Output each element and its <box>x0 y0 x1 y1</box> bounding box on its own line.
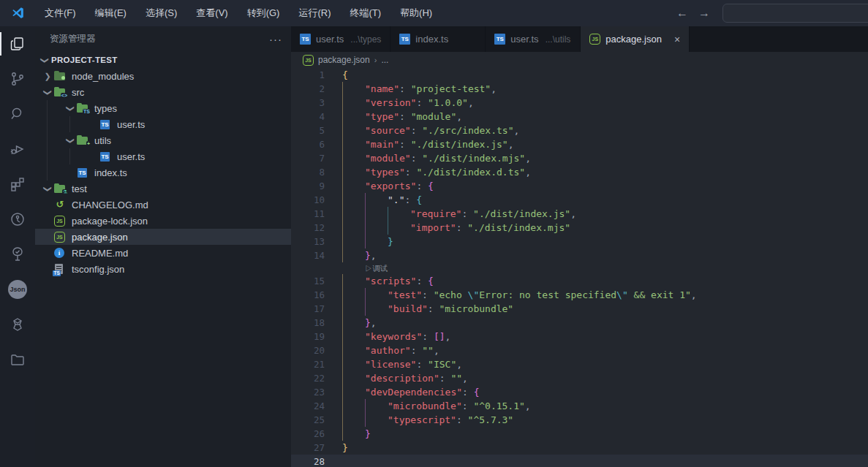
explorer-sidebar: 资源管理器 ··· ❯ PROJECT-TEST ❯node_modules❯<… <box>35 26 291 467</box>
tree-item-user-ts[interactable]: TSuser.ts <box>35 148 291 164</box>
code-line-18[interactable]: 18}, <box>291 316 868 330</box>
run-debug-icon[interactable] <box>0 132 35 167</box>
menu-item[interactable]: 文件(F) <box>35 0 86 26</box>
tree-item-label: README.md <box>72 248 128 259</box>
tree-item-changelog-md[interactable]: ↺CHANGELOG.md <box>35 197 291 213</box>
code-line-3[interactable]: 3"version": "1.0.0", <box>291 96 868 110</box>
nav-back-button[interactable]: ← <box>676 7 688 20</box>
line-number: 21 <box>291 357 325 371</box>
remote-circle-icon[interactable] <box>0 202 35 237</box>
code-line-26[interactable]: 26} <box>291 427 868 441</box>
code-line-10[interactable]: 10".": { <box>291 193 868 207</box>
tab-user.ts[interactable]: TSuser.ts...\types <box>291 26 390 52</box>
codelens-debug[interactable]: ▷调试 <box>291 262 868 274</box>
menu-item[interactable]: 帮助(H) <box>390 0 442 26</box>
tree-item-types[interactable]: ❯TStypes <box>35 100 291 116</box>
menu-item[interactable]: 查看(V) <box>186 0 237 26</box>
npm-file-icon: JS <box>303 55 314 66</box>
folder-icon: + <box>77 135 89 146</box>
indent-guide <box>342 274 365 288</box>
code-line-19[interactable]: 19"keywords": [], <box>291 330 868 343</box>
indent-guide <box>342 96 365 110</box>
command-center-search[interactable] <box>722 4 868 23</box>
tab-user.ts[interactable]: TSuser.ts...\utils <box>486 26 581 52</box>
code-line-27[interactable]: 27} <box>291 441 868 455</box>
indent-guide <box>342 330 365 343</box>
code-line-17[interactable]: 17"build": "microbundle" <box>291 302 868 316</box>
code-line-14[interactable]: 14}, <box>291 248 868 262</box>
code-line-4[interactable]: 4"type": "module", <box>291 110 868 124</box>
typescript-file-icon: TS <box>99 119 112 130</box>
code-line-22[interactable]: 22"description": "", <box>291 371 868 385</box>
project-folder-icon[interactable] <box>0 342 35 377</box>
menu-item[interactable]: 选择(S) <box>136 0 186 26</box>
menu-item[interactable]: 运行(R) <box>289 0 340 26</box>
code-line-15[interactable]: 15"scripts": { <box>291 274 868 288</box>
menu-item[interactable]: 终端(T) <box>340 0 390 26</box>
tree-item-node-modules[interactable]: ❯node_modules <box>35 68 291 84</box>
close-icon[interactable]: × <box>674 34 680 45</box>
extensions-icon[interactable] <box>0 167 35 202</box>
source-control-icon[interactable] <box>0 61 35 96</box>
line-number: 7 <box>291 151 325 165</box>
tree-item-test[interactable]: ❯⚗test <box>35 181 291 197</box>
tree-item-index-ts[interactable]: TSindex.ts <box>35 164 291 181</box>
menu-item[interactable]: 编辑(E) <box>86 0 136 26</box>
code-line-23[interactable]: 23"devDependencies": { <box>291 385 868 399</box>
tab-index.ts[interactable]: TSindex.ts <box>390 26 486 52</box>
chevron-down-icon: ❯ <box>43 182 53 195</box>
indent-guide <box>365 207 388 221</box>
code-line-7[interactable]: 7"module": "./dist/index.mjs", <box>291 151 868 165</box>
breadcrumb[interactable]: JS package.json › ... <box>291 52 868 68</box>
explorer-icon[interactable] <box>0 26 35 61</box>
code-line-12[interactable]: 12"import": "./dist/index.mjs" <box>291 221 868 235</box>
code-line-24[interactable]: 24"microbundle": "^0.15.1", <box>291 399 868 413</box>
code-line-2[interactable]: 2"name": "project-test", <box>291 82 868 96</box>
tree-item-label: src <box>72 87 84 98</box>
tree-check-icon[interactable] <box>0 237 35 272</box>
menu-item[interactable]: 转到(G) <box>238 0 290 26</box>
title-bar: 文件(F)编辑(E)选择(S)查看(V)转到(G)运行(R)终端(T)帮助(H)… <box>0 0 868 26</box>
code-line-21[interactable]: 21"license": "ISC", <box>291 357 868 371</box>
tree-item-package-lock-json[interactable]: JSpackage-lock.json <box>35 213 291 229</box>
info-file-icon: i <box>54 248 67 259</box>
tree-item-readme-md[interactable]: iREADME.md <box>35 245 291 261</box>
explorer-more-actions-button[interactable]: ··· <box>269 33 282 45</box>
nav-forward-button[interactable]: → <box>698 7 710 20</box>
code-line-8[interactable]: 8"types": "./dist/index.d.ts", <box>291 165 868 179</box>
code-editor[interactable]: 1{2"name": "project-test",3"version": "1… <box>291 68 868 467</box>
line-number: 20 <box>291 343 325 357</box>
code-line-16[interactable]: 16"test": "echo \"Error: no test specifi… <box>291 288 868 302</box>
project-name: PROJECT-TEST <box>51 56 118 64</box>
folder-icon: TS <box>77 103 89 114</box>
code-line-11[interactable]: 11"require": "./dist/index.js", <box>291 207 868 221</box>
breadcrumb-file[interactable]: package.json <box>318 55 370 65</box>
vscode-logo-icon <box>0 7 35 20</box>
tree-item-package-json[interactable]: JSpackage.json <box>35 229 291 245</box>
search-icon[interactable] <box>0 96 35 132</box>
code-line-20[interactable]: 20"author": "", <box>291 343 868 357</box>
code-line-1[interactable]: 1{ <box>291 68 868 82</box>
indent-guide <box>342 124 365 137</box>
explorer-title: 资源管理器 <box>50 33 96 45</box>
activity-bar: Json <box>0 26 35 467</box>
project-section-header[interactable]: ❯ PROJECT-TEST <box>35 52 291 68</box>
tree-item-label: node_modules <box>72 71 134 82</box>
tree-item-src[interactable]: ❯<>src <box>35 84 291 100</box>
tree-item-utils[interactable]: ❯+utils <box>35 132 291 148</box>
json-tools-icon[interactable]: Json <box>0 272 35 307</box>
code-line-13[interactable]: 13} <box>291 235 868 248</box>
line-number: 25 <box>291 413 325 427</box>
tree-item-user-ts[interactable]: TSuser.ts <box>35 116 291 132</box>
indent-guide <box>365 399 388 413</box>
code-line-28[interactable]: 28 <box>291 455 868 467</box>
tree-item-tsconfig-json[interactable]: TStsconfig.json <box>35 261 291 277</box>
code-line-6[interactable]: 6"main": "./dist/index.js", <box>291 137 868 151</box>
code-line-25[interactable]: 25"typescript": "^5.7.3" <box>291 413 868 427</box>
breadcrumb-more[interactable]: ... <box>381 55 388 65</box>
tab-package.json[interactable]: JSpackage.json× <box>581 26 690 52</box>
indent-guide <box>342 343 365 357</box>
code-line-9[interactable]: 9"exports": { <box>291 179 868 193</box>
knot-icon[interactable] <box>0 307 35 342</box>
code-line-5[interactable]: 5"source": "./src/index.ts", <box>291 124 868 137</box>
